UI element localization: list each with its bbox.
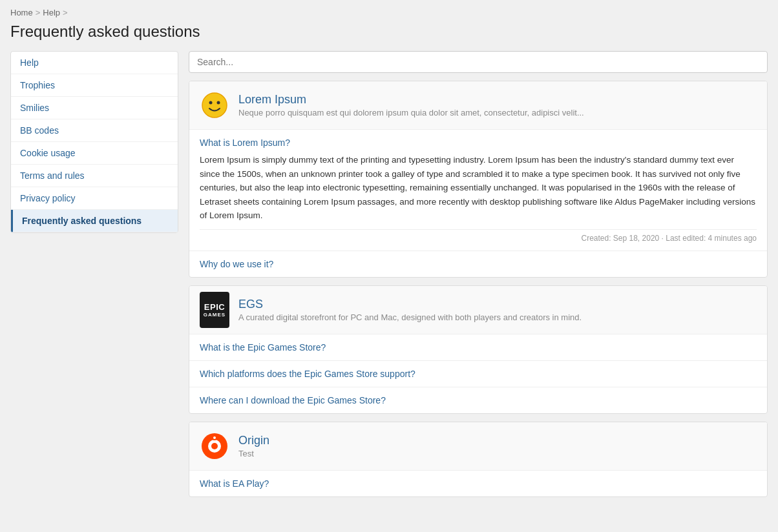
content-layout: HelpTrophiesSmiliesBB codesCookie usageT… (10, 51, 768, 505)
category-header-lorem-ipsum: Lorem IpsumNeque porro quisquam est qui … (189, 81, 767, 130)
sidebar-item-terms-and-rules[interactable]: Terms and rules (11, 165, 178, 187)
breadcrumb-sep2: > (63, 8, 68, 17)
article-followup-lorem-ipsum[interactable]: Why do we use it? (189, 251, 767, 277)
category-header-origin: OriginTest (189, 422, 767, 471)
main-content: Lorem IpsumNeque porro quisquam est qui … (189, 51, 768, 505)
sidebar-item-help[interactable]: Help (11, 52, 178, 74)
category-title-egs[interactable]: EGS (238, 298, 582, 311)
breadcrumb: Home > Help > (10, 8, 768, 17)
page-title: Frequently asked questions (10, 23, 768, 41)
article-body-lorem-ipsum: What is Lorem Ipsum?Lorem Ipsum is simpl… (189, 130, 767, 251)
category-desc-origin: Test (238, 449, 269, 458)
svg-point-0 (202, 93, 227, 118)
sidebar-item-cookie-usage[interactable]: Cookie usage (11, 142, 178, 165)
category-desc-lorem-ipsum: Neque porro quisquam est qui dolorem ips… (238, 108, 584, 118)
category-title-area-lorem-ipsum: Lorem IpsumNeque porro quisquam est qui … (238, 93, 584, 118)
sidebar-item-privacy-policy[interactable]: Privacy policy (11, 187, 178, 210)
search-input[interactable] (189, 51, 768, 73)
category-desc-egs: A curated digital storefront for PC and … (238, 312, 582, 322)
sidebar-item-bb-codes[interactable]: BB codes (11, 119, 178, 142)
article-text-lorem-ipsum: Lorem Ipsum is simply dummy text of the … (200, 153, 757, 223)
faq-item-egs-1[interactable]: Which platforms does the Epic Games Stor… (189, 361, 767, 387)
breadcrumb-help[interactable]: Help (43, 8, 60, 17)
faq-item-egs-0[interactable]: What is the Epic Games Store? (189, 334, 767, 361)
category-header-egs: EPIC GAMES EGSA curated digital storefro… (189, 286, 767, 334)
category-block-lorem-ipsum: Lorem IpsumNeque porro quisquam est qui … (189, 81, 768, 278)
breadcrumb-home[interactable]: Home (10, 8, 33, 17)
sidebar-item-trophies[interactable]: Trophies (11, 74, 178, 97)
epic-logo: EPIC GAMES (200, 292, 229, 328)
sidebar: HelpTrophiesSmiliesBB codesCookie usageT… (10, 51, 178, 233)
sidebar-item-smilies[interactable]: Smilies (11, 97, 178, 119)
category-title-origin[interactable]: Origin (238, 434, 269, 447)
sidebar-item-faq[interactable]: Frequently asked questions (11, 210, 178, 232)
category-title-lorem-ipsum[interactable]: Lorem Ipsum (238, 93, 584, 107)
article-meta-lorem-ipsum: Created: Sep 18, 2020 · Last edited: 4 m… (200, 229, 757, 243)
category-title-area-egs: EGSA curated digital storefront for PC a… (238, 298, 582, 322)
origin-icon (200, 431, 229, 461)
epic-icon: EPIC GAMES (200, 295, 229, 325)
article-question-lorem-ipsum[interactable]: What is Lorem Ipsum? (200, 138, 757, 148)
svg-point-1 (209, 101, 213, 105)
breadcrumb-sep1: > (36, 8, 41, 17)
faq-item-egs-2[interactable]: Where can I download the Epic Games Stor… (189, 387, 767, 413)
svg-point-2 (217, 101, 220, 105)
category-block-origin: OriginTestWhat is EA Play? (189, 422, 768, 497)
svg-point-5 (211, 443, 218, 449)
category-title-area-origin: OriginTest (238, 434, 269, 458)
category-block-egs: EPIC GAMES EGSA curated digital storefro… (189, 285, 768, 414)
faq-item-origin-0[interactable]: What is EA Play? (189, 471, 767, 496)
page-wrapper: Home > Help > Frequently asked questions… (0, 0, 778, 513)
svg-point-7 (213, 436, 216, 439)
smiley-icon (200, 90, 229, 120)
